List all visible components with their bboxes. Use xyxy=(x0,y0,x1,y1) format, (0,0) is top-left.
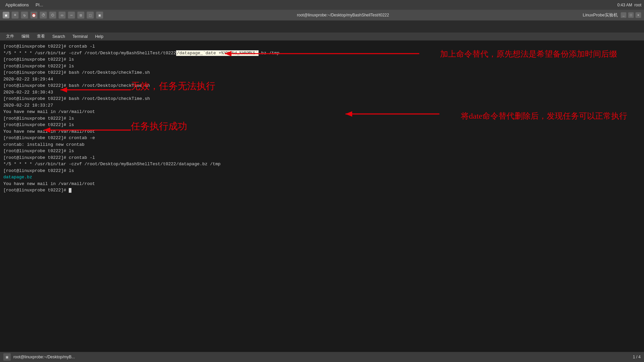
terminal-line-1: [root@linuxprobe t0222]# crontab -l xyxy=(3,43,641,50)
system-menubar[interactable]: Applications Pl... 0:43 AM root xyxy=(0,0,644,10)
toolbar-btn-9[interactable]: ⬚ xyxy=(87,11,94,19)
hostname-label: LinuxProbe实验机 xyxy=(583,12,618,18)
statusbar-page: 1 / 4 xyxy=(633,355,641,359)
titlebar-left: ▣ ≡ ↻ ⏰ ⏱ ⏲ ▭ — ⊡ ⬚ ▣ xyxy=(3,11,103,19)
applications-menu[interactable]: Applications xyxy=(3,2,32,8)
terminal-line-20: [root@linuxprobe t0222]# ls xyxy=(3,168,641,174)
places-menu[interactable]: Pl... xyxy=(33,2,46,8)
terminal-line-23: [root@linuxprobe t0222]# xyxy=(3,187,641,194)
terminal-line-16: crontab: installing new crontab xyxy=(3,141,641,148)
terminal-line-9: [root@linuxprobe t0222]# bash /root/Desk… xyxy=(3,96,641,102)
terminal-line-7: [root@linuxprobe t0222]# bash /root/Desk… xyxy=(3,82,641,89)
terminal-window: [root@linuxprobe t0222]# crontab -l */5 … xyxy=(0,41,644,352)
app-menubar[interactable]: 文件 编辑 查看 Search Terminal Help xyxy=(0,33,644,41)
toolbar-btn-10[interactable]: ▣ xyxy=(96,11,103,19)
menu-help[interactable]: Help xyxy=(92,34,107,40)
minimize-button[interactable]: _ xyxy=(621,12,627,18)
toolbar-btn-1[interactable]: ≡ xyxy=(11,11,19,19)
terminal-line-14: You have new mail in /var/mail/root xyxy=(3,128,641,135)
terminal-line-4: [root@linuxprobe t0222]# ls xyxy=(3,63,641,70)
terminal-line-5: [root@linuxprobe t0222]# bash /root/Desk… xyxy=(3,69,641,76)
menu-view[interactable]: 查看 xyxy=(34,33,48,40)
toolbar-btn-3[interactable]: ⏰ xyxy=(30,11,38,19)
toolbar-btn-6[interactable]: ▭ xyxy=(58,11,66,19)
statusbar-path: root@linuxprobe:~/Desktop/myB... xyxy=(13,355,75,359)
menu-terminal[interactable]: Terminal xyxy=(69,34,91,40)
statusbar-terminal-icon: ▣ xyxy=(3,353,11,361)
toolbar-btn-7[interactable]: — xyxy=(68,11,75,19)
toolbar-btn-4[interactable]: ⏱ xyxy=(40,11,47,19)
toolbar-btn-2[interactable]: ↻ xyxy=(21,11,28,19)
terminal-line-13: [root@linuxprobe t0222]# ls xyxy=(3,122,641,128)
window-controls[interactable]: _ □ ✕ xyxy=(621,12,641,18)
terminal-line-3: [root@linuxprobe t0222]# ls xyxy=(3,56,641,63)
titlebar-right: LinuxProbe实验机 _ □ ✕ xyxy=(583,12,641,18)
menu-file[interactable]: 文件 xyxy=(3,33,17,40)
terminal-line-2: */5 * * * * /usr/bin/tar -czvf /root/Des… xyxy=(3,50,641,57)
toolbar-btn-5[interactable]: ⏲ xyxy=(49,11,56,19)
window-titlebar: ▣ ≡ ↻ ⏰ ⏱ ⏲ ▭ — ⊡ ⬚ ▣ root@linuxprobe:~/… xyxy=(0,10,644,20)
terminal-line-21: datapage.bz xyxy=(3,174,641,181)
statusbar: ▣ root@linuxprobe:~/Desktop/myB... 1 / 4 xyxy=(0,352,644,362)
terminal-line-17: [root@linuxprobe t0222]# ls xyxy=(3,148,641,155)
toolbar-btn-8[interactable]: ⊡ xyxy=(77,11,85,19)
terminal-icon: ▣ xyxy=(3,12,9,18)
menu-search[interactable]: Search xyxy=(49,34,68,40)
terminal-line-18: [root@linuxprobe t0222]# crontab -l xyxy=(3,155,641,161)
terminal-line-12: [root@linuxprobe t0222]# ls xyxy=(3,115,641,122)
window-title: root@linuxprobe:~/Desktop/myBashShellTes… xyxy=(297,13,389,17)
menu-edit[interactable]: 编辑 xyxy=(18,33,33,40)
terminal-line-11: You have new mail in /var/mail/root xyxy=(3,109,641,115)
statusbar-left: ▣ root@linuxprobe:~/Desktop/myB... xyxy=(3,353,75,361)
close-button[interactable]: ✕ xyxy=(635,12,641,18)
terminal-line-15: [root@linuxprobe t0222]# crontab -e xyxy=(3,135,641,141)
terminal-line-19: */5 * * * * /usr/bin/tar -czvf /root/Des… xyxy=(3,161,641,168)
time-display: 0:43 AM root xyxy=(618,3,641,7)
terminal-line-6: 2020-02-22 10:29:44 xyxy=(3,76,641,83)
maximize-button[interactable]: □ xyxy=(628,12,634,18)
terminal-line-10: 2020-02-22 10:33:27 xyxy=(3,102,641,109)
terminal-line-8: 2020-02-22 10:30:43 xyxy=(3,89,641,96)
terminal-line-22: You have new mail in /var/mail/root xyxy=(3,181,641,187)
